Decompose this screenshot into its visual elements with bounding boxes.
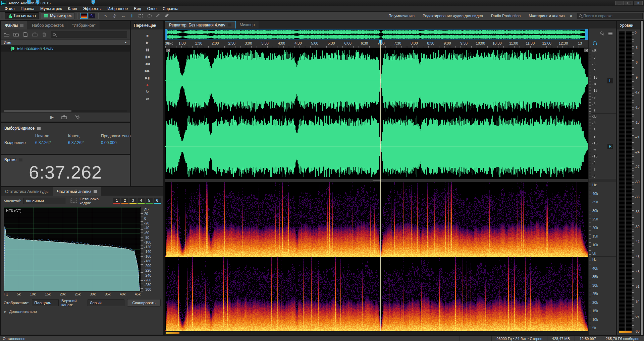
preview-play-button[interactable]: ▶ [50,115,54,120]
display-dropdown[interactable]: Площадь▼ [32,299,59,306]
overview-right-handle[interactable] [585,29,588,40]
panel-menu-icon[interactable] [19,159,22,161]
transport-button[interactable]: ● [141,81,154,88]
panel-menu-icon[interactable] [20,24,23,26]
files-scrollbar[interactable] [1,109,130,113]
panel-menu-icon[interactable] [94,190,97,193]
frame-hold-button[interactable]: 2 [121,198,128,204]
transport-button[interactable]: ▮◀ [141,53,154,60]
fade-out-handle[interactable] [584,49,588,52]
workspace-button[interactable]: Мастеринг и анализ [525,13,568,19]
playhead-line[interactable] [380,40,381,331]
waveform-display[interactable] [165,48,588,179]
frame-hold-button[interactable]: 3 [129,198,137,204]
level-meters[interactable] [619,31,632,333]
current-time-display[interactable]: 6:37.262 [4,162,126,183]
frame-hold-button[interactable]: 5 [146,198,153,204]
transport-button[interactable]: ⇄ [141,95,154,102]
new-file-icon[interactable] [22,32,29,37]
close-button[interactable]: × [634,1,643,5]
tab-amplitude-statistics[interactable]: Статистика Амплитуды [1,187,53,196]
menu-item[interactable]: Мультитрек [38,6,64,11]
menu-item[interactable]: Клип [65,6,80,11]
transport-button[interactable]: ◀◀ [141,60,154,67]
waveform-overview[interactable] [165,29,588,40]
media-browser-icon[interactable] [32,32,38,37]
trash-icon[interactable] [41,32,47,37]
ibeam-tool[interactable]: I [129,13,135,18]
docked-panel-edge[interactable] [641,21,643,335]
file-row[interactable]: Без названия 4.wav [1,45,130,52]
menu-item[interactable]: Избранное [105,6,130,11]
selection-value[interactable]: 6:37.262 [35,140,68,145]
files-panel-tab[interactable]: "Избранное" [68,21,100,29]
maximize-button[interactable] [625,1,633,5]
transport-button[interactable]: ▶▶ [141,67,154,74]
marquee-selection-tool[interactable] [138,13,143,18]
menu-item[interactable]: Окно [145,6,159,11]
auto-play-speaker-icon[interactable] [74,115,80,120]
zoom-out-icon[interactable] [599,31,605,38]
scan-button[interactable]: Сканировать [127,299,161,306]
spectrogram-display[interactable] [165,182,588,331]
menu-item[interactable]: Эффекты [80,6,104,11]
time-selection-tool[interactable]: ↔ [120,13,126,18]
top-channel-dropdown[interactable]: Левый▼ [88,299,124,306]
list-view-icon[interactable] [608,31,613,37]
advanced-expander[interactable]: ▶ Дополнительно [1,307,163,316]
transport-button[interactable]: ↻ [141,88,154,95]
search-input[interactable] [583,14,634,18]
slip-tool[interactable]: ⇄ [111,12,118,19]
transport-button[interactable]: ▶ [141,39,154,46]
move-tool[interactable]: ↖ [103,13,108,18]
frame-hold-button[interactable]: 6 [154,198,161,204]
multitrack-mode-button[interactable]: Мультитрек [41,12,75,19]
workspace-button[interactable]: Редактирование аудио для видео [419,13,486,19]
tab-mixer[interactable]: Микшер [236,21,259,28]
transport-button[interactable]: ■ [141,32,154,39]
timeline-ruler[interactable]: чмс 0:301:001:302:002:303:003:304:004:30… [165,40,588,48]
waveform-view-toggle[interactable] [89,13,95,18]
lasso-selection-tool[interactable] [147,13,152,18]
menu-item[interactable]: Вид [131,6,144,11]
tab-frequency-analysis[interactable]: Частотный анализ [53,187,101,196]
overview-left-handle[interactable] [166,29,167,40]
waveform-mode-button[interactable]: Тип сигнала [5,12,39,19]
files-panel-tab[interactable]: Набор эффектов [28,21,68,29]
workspace-button[interactable]: По умолчанию [385,13,418,19]
help-search[interactable] [577,13,643,19]
tab-editor[interactable]: Редактор: Без названия 4.wav [165,21,236,28]
spot-healing-tool[interactable] [164,13,169,18]
fade-in-handle[interactable] [166,49,170,52]
menu-item[interactable]: Правка [18,6,37,11]
tab-files[interactable]: Файлы [1,21,28,29]
frame-hold-button[interactable]: 1 [113,198,120,204]
sort-ascending-icon[interactable]: ▲ [124,41,127,44]
files-search-field[interactable] [51,31,127,38]
left-channel-badge[interactable]: L [607,78,613,83]
workspace-overflow-button[interactable]: » [568,13,574,18]
minimize-button[interactable] [615,1,624,5]
files-name-header[interactable]: Имя ▲ [1,40,130,45]
panel-menu-icon[interactable] [37,127,41,130]
frame-hold-button[interactable]: 4 [138,198,145,204]
panel-menu-icon[interactable] [228,24,231,26]
import-file-icon[interactable] [13,32,19,37]
copy-frames-icon[interactable] [70,199,75,203]
menu-item[interactable]: Файл [2,6,17,11]
workspace-button[interactable]: Radio Production [488,13,524,19]
view-splitter[interactable] [165,179,588,182]
paintbrush-tool[interactable] [155,13,161,18]
transport-button[interactable]: ▶▮ [141,74,154,81]
spectral-view-toggle[interactable] [80,13,87,18]
transport-button[interactable]: ▮▮ [141,46,154,53]
open-in-editor-icon[interactable] [61,115,67,120]
selection-value[interactable]: 6:37.262 [68,140,101,145]
frequency-graph[interactable]: ИТК (СТ) [4,207,141,291]
headphones-icon[interactable] [592,41,597,47]
menu-item[interactable]: Справка [160,6,181,11]
open-file-icon[interactable] [4,32,10,37]
time-tick-label: 7:30 [389,41,406,45]
scale-dropdown[interactable]: Линейный▼ [23,198,65,204]
right-channel-badge[interactable]: R [607,144,613,149]
